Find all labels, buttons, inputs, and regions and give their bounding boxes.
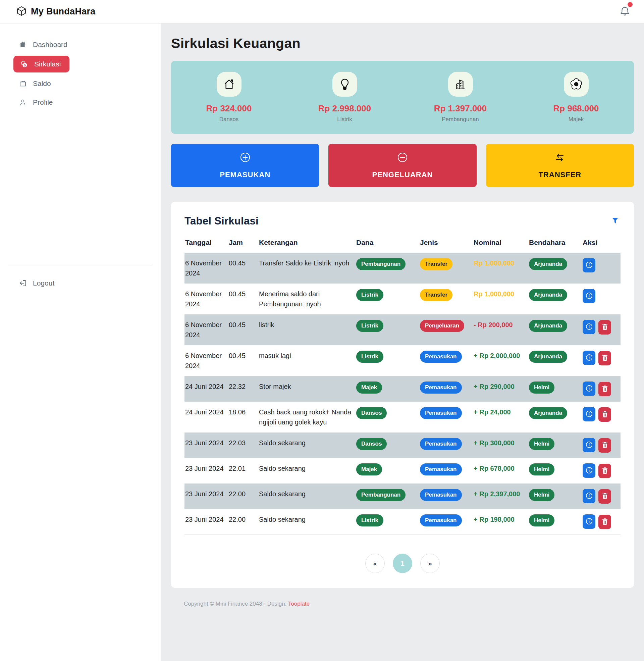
column-header-dana: Dana [355,238,419,253]
cell-keterangan: Transfer Saldo ke Listrik: nyoh [258,253,355,283]
bendahara-badge: Helmi [529,463,554,475]
detail-button[interactable] [583,320,595,334]
flower-icon [564,72,589,97]
column-header-nominal: Nominal [473,238,528,253]
delete-button[interactable] [598,320,611,335]
bendahara-badge: Helmi [529,438,554,450]
delete-button[interactable] [598,438,611,453]
detail-button[interactable] [583,515,595,529]
summary-amount: Rp 324.000 [206,103,252,114]
sidebar-item-profile[interactable]: Profile [14,95,67,110]
trash-icon [602,518,608,526]
cell-jenis: Pemasukan [419,433,473,458]
info-icon [585,261,593,270]
table-row: 23 Juni 202422.00Saldo sekarangListrikPe… [184,509,621,535]
detail-button[interactable] [583,463,595,478]
cell-dana: Pembangunan [355,253,419,283]
jenis-badge: Pemasukan [420,407,462,419]
cell-bendahara: Arjunanda [528,402,582,433]
info-icon [585,292,593,301]
cell-nominal: + Rp 300,000 [473,433,528,458]
prev-page-button[interactable]: « [365,554,385,573]
delete-button[interactable] [598,515,611,529]
app-logo[interactable]: My BundaHara [16,6,96,18]
action-buttons-row: PEMASUKANPENGELUARANTRANSFER [171,144,634,187]
cell-tanggal: 24 Juni 2024 [184,376,228,402]
cell-bendahara: Helmi [528,376,582,402]
jenis-badge: Pemasukan [420,438,462,450]
sidebar-item-label: Logout [33,279,54,287]
bendahara-badge: Helmi [529,515,554,526]
cell-bendahara: Helmi [528,458,582,483]
next-page-button[interactable]: » [420,554,440,573]
wallet-icon [19,79,27,88]
cell-nominal: - Rp 200,000 [473,314,528,345]
cell-dana: Dansos [355,433,419,458]
info-icon [585,410,593,419]
cell-tanggal: 6 November 2024 [184,345,228,376]
cell-jenis: Pemasukan [419,402,473,433]
bendahara-badge: Helmi [529,382,554,393]
cell-aksi [582,458,621,483]
logout-icon [19,279,27,287]
cell-aksi [582,376,621,402]
bendahara-badge: Arjunanda [529,407,567,419]
cell-bendahara: Arjunanda [528,345,582,376]
detail-button[interactable] [583,489,595,503]
info-icon [585,492,593,501]
delete-button[interactable] [598,407,611,422]
detail-button[interactable] [583,289,595,303]
jenis-badge: Pemasukan [420,515,462,526]
table-row: 6 November 202400.45listrikListrikPengel… [184,314,621,345]
sidebar-item-dashboard[interactable]: Dashboard [14,37,73,52]
delete-button[interactable] [598,464,611,478]
column-header-jenis: Jenis [419,238,473,253]
footer-text: Copyright © Mini Finance 2048 · Design: [184,600,288,607]
cell-jam: 22.01 [228,458,258,483]
dana-badge: Listrik [356,351,383,363]
cell-jenis: Transfer [419,283,473,314]
detail-button[interactable] [583,258,595,272]
notification-badge [627,2,632,7]
footer-link[interactable]: Tooplate [288,600,309,607]
info-icon [585,517,593,526]
cell-keterangan: Menerima saldo dari Pembangunan: nyoh [258,283,355,314]
current-page-button[interactable]: 1 [393,554,412,573]
jenis-badge: Pengeluaran [420,320,464,332]
pemasukan-button[interactable]: PEMASUKAN [171,144,319,187]
jenis-badge: Transfer [420,289,453,301]
delete-button[interactable] [598,351,611,365]
cell-tanggal: 23 Juni 2024 [184,483,228,509]
sidebar-item-logout[interactable]: Logout [14,275,67,291]
transfer-button[interactable]: TRANSFER [486,144,634,187]
table-row: 6 November 202400.45masuk lagiListrikPem… [184,345,621,376]
detail-button[interactable] [583,407,595,421]
footer-copyright: Copyright © Mini Finance 2048 · Design: … [184,600,634,607]
trash-icon [602,411,608,419]
delete-button[interactable] [598,489,611,504]
summary-item-majek: Rp 968.000Majek [518,72,634,123]
trash-icon [602,323,608,332]
bendahara-badge: Arjunanda [529,351,567,363]
filter-button[interactable] [610,215,621,227]
dana-badge: Dansos [356,438,387,450]
cell-dana: Dansos [355,402,419,433]
detail-button[interactable] [583,351,595,365]
cell-nominal: Rp 1,000,000 [473,283,528,314]
sidebar-item-label: Saldo [33,79,51,88]
sidebar-item-sirkulasi[interactable]: $Sirkulasi [14,56,69,72]
detail-button[interactable] [583,382,595,396]
notification-bell-button[interactable] [620,6,631,18]
cell-tanggal: 23 Juni 2024 [184,509,228,535]
detail-button[interactable] [583,438,595,452]
trash-icon [602,354,608,362]
pengeluaran-button[interactable]: PENGELUARAN [328,144,476,187]
cell-aksi [582,402,621,433]
main-content: Sirkulasi Keuangan Rp 324.000DansosRp 2.… [161,23,644,661]
cell-aksi [582,345,621,376]
sidebar: Dashboard$SirkulasiSaldoProfile Logout [0,23,161,661]
dana-badge: Pembangunan [356,258,406,270]
summary-item-listrik: Rp 2.998.000Listrik [287,72,402,123]
delete-button[interactable] [598,382,611,396]
sidebar-item-saldo[interactable]: Saldo [14,76,67,91]
